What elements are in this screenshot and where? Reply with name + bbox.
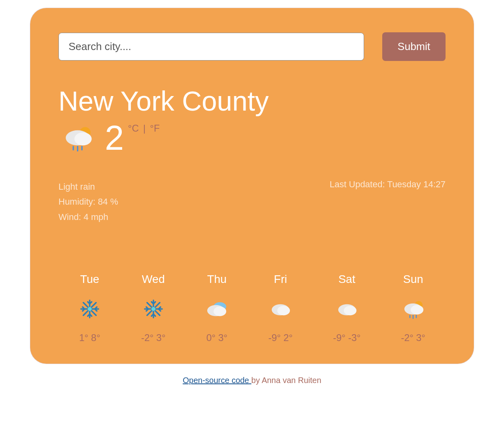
cloud-icon bbox=[269, 298, 292, 320]
forecast-low: -9° bbox=[268, 332, 281, 343]
cloud-icon bbox=[336, 298, 358, 320]
author-credit: by Anna van Ruiten bbox=[251, 376, 321, 385]
weather-details: Light rain Humidity: 84 % Wind: 4 mph bbox=[58, 179, 118, 224]
forecast-low: -9° bbox=[333, 332, 346, 343]
forecast-day-name: Fri bbox=[274, 273, 287, 286]
forecast-day: Sat-9° -3° bbox=[333, 273, 361, 343]
forecast-day: Sun-2° 3° bbox=[401, 273, 425, 343]
temperature-value: 2 bbox=[105, 121, 124, 155]
forecast-day: Tue1° 8° bbox=[79, 273, 101, 343]
forecast-high: 3° bbox=[156, 332, 166, 343]
forecast-day-name: Wed bbox=[142, 273, 165, 286]
open-source-link[interactable]: Open-source code bbox=[183, 376, 251, 385]
forecast-low: 1° bbox=[79, 332, 88, 343]
forecast-temps: -9° -3° bbox=[333, 332, 361, 343]
current-weather: 2 °C | °F bbox=[58, 121, 446, 155]
footer: Open-source code by Anna van Ruiten bbox=[183, 376, 321, 385]
forecast-low: 0° bbox=[206, 332, 216, 343]
forecast-day-name: Tue bbox=[80, 273, 99, 286]
unit-separator: | bbox=[140, 123, 148, 134]
forecast-low: -2° bbox=[401, 332, 413, 343]
forecast-high: 3° bbox=[218, 332, 227, 343]
forecast-low: -2° bbox=[141, 332, 154, 343]
humidity-value: Humidity: 84 % bbox=[58, 194, 118, 209]
forecast-temps: 0° 3° bbox=[206, 332, 228, 343]
temperature-units: °C | °F bbox=[128, 121, 160, 134]
forecast-high: -3° bbox=[348, 332, 361, 343]
forecast-high: 2° bbox=[283, 332, 293, 343]
city-name: New York County bbox=[58, 85, 446, 117]
forecast-day: Thu0° 3° bbox=[206, 273, 228, 343]
search-input[interactable] bbox=[58, 33, 364, 61]
forecast-high: 8° bbox=[91, 332, 100, 343]
forecast-day: Fri-9° 2° bbox=[268, 273, 293, 343]
forecast-day-name: Thu bbox=[207, 273, 227, 286]
forecast-temps: -2° 3° bbox=[401, 332, 425, 343]
forecast-temps: 1° 8° bbox=[79, 332, 100, 343]
forecast-temps: -9° 2° bbox=[268, 332, 293, 343]
forecast-day-name: Sun bbox=[403, 273, 423, 286]
snow-icon bbox=[79, 298, 101, 320]
snow-icon bbox=[142, 298, 165, 320]
last-updated: Last Updated: Tuesday 14:27 bbox=[330, 179, 446, 224]
current-weather-icon bbox=[62, 123, 93, 153]
forecast-day: Wed-2° 3° bbox=[141, 273, 166, 343]
cloudy-icon bbox=[206, 298, 228, 320]
rain-sun-icon bbox=[402, 298, 424, 320]
fahrenheit-toggle[interactable]: °F bbox=[150, 123, 160, 134]
details-row: Light rain Humidity: 84 % Wind: 4 mph La… bbox=[58, 179, 446, 224]
forecast-day-name: Sat bbox=[338, 273, 355, 286]
forecast-row: Tue1° 8°Wed-2° 3°Thu0° 3°Fri-9° 2°Sat-9°… bbox=[58, 273, 446, 343]
forecast-temps: -2° 3° bbox=[141, 332, 166, 343]
celsius-toggle[interactable]: °C bbox=[128, 123, 139, 134]
temperature-display: 2 °C | °F bbox=[105, 121, 160, 155]
wind-value: Wind: 4 mph bbox=[58, 209, 118, 224]
weather-card: Submit New York County 2 °C | °F Light r… bbox=[30, 8, 474, 364]
search-row: Submit bbox=[58, 32, 446, 61]
forecast-high: 3° bbox=[416, 332, 425, 343]
weather-description: Light rain bbox=[58, 179, 118, 194]
submit-button[interactable]: Submit bbox=[382, 32, 446, 61]
